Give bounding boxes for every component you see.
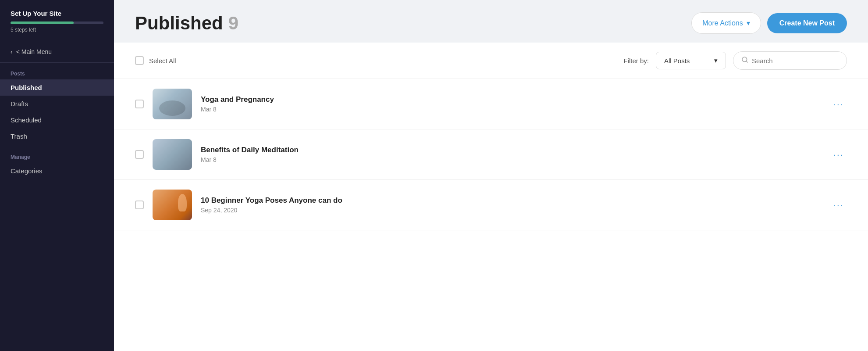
post-3-checkbox[interactable] [135, 201, 144, 209]
posts-section-label: Posts [0, 63, 114, 79]
filter-selected-value: All Posts [664, 57, 690, 64]
chevron-left-icon: ‹ [11, 48, 13, 55]
post-2-checkbox[interactable] [135, 150, 144, 159]
setup-section: Set Up Your Site 5 steps left [0, 0, 114, 41]
sidebar-item-drafts[interactable]: Drafts [0, 96, 114, 112]
create-new-post-label: Create New Post [779, 19, 835, 27]
post-3-options-button[interactable]: ··· [830, 198, 847, 212]
progress-bar-fill [11, 21, 74, 24]
page-title: Published 9 [135, 13, 238, 34]
post-2-options-button[interactable]: ··· [830, 148, 847, 161]
manage-section-label: Manage [0, 144, 114, 163]
sidebar-item-label-categories: Categories [11, 167, 43, 175]
sidebar: Set Up Your Site 5 steps left ‹ < Main M… [0, 0, 114, 351]
sidebar-item-label-scheduled: Scheduled [11, 116, 42, 124]
setup-title: Set Up Your Site [11, 10, 103, 17]
post-2-thumbnail [153, 139, 192, 170]
post-3-date: Sep 24, 2020 [201, 207, 821, 214]
post-item: Yoga and Pregnancy Mar 8 ··· [114, 79, 868, 129]
sidebar-item-published[interactable]: Published [0, 79, 114, 96]
filter-by-label: Filter by: [623, 57, 649, 64]
search-box [733, 51, 847, 70]
page-title-text: Published [135, 13, 223, 34]
post-1-date: Mar 8 [201, 106, 821, 113]
post-3-info: 10 Beginner Yoga Poses Anyone can do Sep… [201, 196, 821, 214]
post-item: Benefits of Daily Meditation Mar 8 ··· [114, 129, 868, 180]
create-new-post-button[interactable]: Create New Post [767, 13, 847, 33]
post-3-title: 10 Beginner Yoga Poses Anyone can do [201, 196, 821, 205]
post-count-badge: 9 [228, 13, 238, 34]
post-1-thumbnail [153, 89, 192, 119]
post-list: Yoga and Pregnancy Mar 8 ··· Benefits of… [114, 79, 868, 230]
filter-chevron-down-icon: ▾ [714, 57, 718, 64]
filter-bar: Select All Filter by: All Posts ▾ [114, 43, 868, 79]
sidebar-item-trash[interactable]: Trash [0, 128, 114, 144]
post-1-info: Yoga and Pregnancy Mar 8 [201, 95, 821, 113]
main-content: Published 9 More Actions ▾ Create New Po… [114, 0, 868, 351]
post-2-date: Mar 8 [201, 156, 821, 163]
sidebar-item-label-trash: Trash [11, 133, 27, 140]
sidebar-item-label-published: Published [11, 84, 42, 91]
post-2-title: Benefits of Daily Meditation [201, 146, 821, 154]
post-3-thumbnail [153, 190, 192, 220]
main-menu-link[interactable]: ‹ < Main Menu [0, 41, 114, 63]
sidebar-item-scheduled[interactable]: Scheduled [0, 112, 114, 128]
content-area: Select All Filter by: All Posts ▾ [114, 43, 868, 351]
sidebar-item-label-drafts: Drafts [11, 100, 28, 107]
post-item: 10 Beginner Yoga Poses Anyone can do Sep… [114, 180, 868, 230]
progress-bar-background [11, 21, 103, 24]
post-1-title: Yoga and Pregnancy [201, 95, 821, 104]
search-input[interactable] [752, 57, 839, 64]
post-1-checkbox[interactable] [135, 100, 144, 108]
post-2-info: Benefits of Daily Meditation Mar 8 [201, 146, 821, 163]
filter-dropdown[interactable]: All Posts ▾ [656, 52, 726, 69]
sidebar-item-categories[interactable]: Categories [0, 163, 114, 179]
post-1-options-button[interactable]: ··· [830, 97, 847, 111]
more-actions-label: More Actions [702, 19, 743, 27]
header-actions: More Actions ▾ Create New Post [691, 12, 847, 34]
filter-right: Filter by: All Posts ▾ [623, 51, 847, 70]
select-all-area: Select All [135, 56, 176, 65]
more-actions-button[interactable]: More Actions ▾ [691, 12, 761, 34]
page-header: Published 9 More Actions ▾ Create New Po… [114, 0, 868, 43]
main-menu-label: < Main Menu [16, 48, 52, 55]
svg-line-1 [746, 61, 747, 62]
select-all-checkbox[interactable] [135, 56, 144, 65]
chevron-down-icon: ▾ [747, 19, 750, 27]
steps-left: 5 steps left [11, 27, 103, 33]
select-all-label: Select All [149, 57, 176, 64]
search-icon [741, 56, 748, 65]
